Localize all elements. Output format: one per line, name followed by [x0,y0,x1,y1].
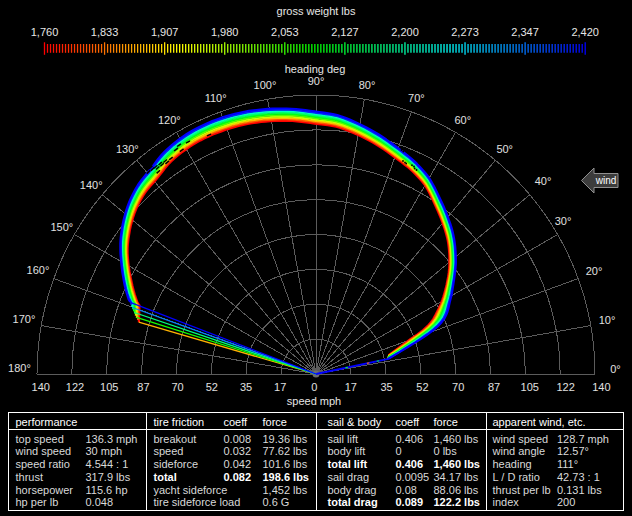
svg-text:1,460 lbs: 1,460 lbs [434,458,480,470]
svg-text:60°: 60° [454,114,471,126]
svg-text:52: 52 [206,381,218,393]
svg-text:0.08: 0.08 [396,484,417,496]
svg-text:35: 35 [380,381,392,393]
svg-text:1,907: 1,907 [151,26,179,38]
svg-text:70°: 70° [408,92,425,104]
svg-text:130°: 130° [116,143,139,155]
svg-text:speed: speed [154,445,184,457]
svg-text:total: total [154,471,177,483]
svg-text:0.089: 0.089 [396,496,424,508]
svg-text:10°: 10° [599,314,616,326]
svg-text:136.3 mph: 136.3 mph [86,433,138,445]
svg-text:80°: 80° [359,79,376,91]
svg-text:speed mph: speed mph [287,395,341,407]
svg-text:sail drag: sail drag [328,471,370,483]
svg-text:140°: 140° [80,179,103,191]
svg-text:horsepower: horsepower [16,484,74,496]
svg-text:42.73 : 1: 42.73 : 1 [557,471,600,483]
svg-text:total lift: total lift [328,458,368,470]
svg-text:0.406: 0.406 [396,433,424,445]
svg-text:110°: 110° [205,92,227,104]
svg-text:90°: 90° [308,75,325,87]
svg-text:tire sideforce load: tire sideforce load [154,496,241,508]
svg-text:heading: heading [493,458,532,470]
svg-text:0.048: 0.048 [86,496,114,508]
svg-text:101.6 lbs: 101.6 lbs [263,458,308,470]
svg-text:wind angle: wind angle [492,445,546,457]
svg-text:performance: performance [16,416,78,428]
svg-text:2,127: 2,127 [331,26,359,38]
svg-text:wind speed: wind speed [15,445,72,457]
svg-text:1,833: 1,833 [91,26,119,38]
svg-text:160°: 160° [27,264,50,276]
svg-text:2,347: 2,347 [511,26,539,38]
svg-text:force: force [434,416,458,428]
svg-text:1,460 lbs: 1,460 lbs [434,433,479,445]
svg-text:2,420: 2,420 [571,26,599,38]
svg-text:17: 17 [274,381,286,393]
svg-text:thrust: thrust [16,471,44,483]
svg-text:128.7 mph: 128.7 mph [557,433,609,445]
svg-text:1,760: 1,760 [31,26,59,38]
svg-text:force: force [263,416,287,428]
svg-text:1,452 lbs: 1,452 lbs [263,484,308,496]
svg-text:180°: 180° [8,362,31,374]
svg-text:0 lbs: 0 lbs [434,445,458,457]
svg-text:30 mph: 30 mph [86,445,123,457]
svg-text:2,273: 2,273 [451,26,479,38]
svg-text:sideforce: sideforce [154,458,199,470]
svg-text:0.042: 0.042 [224,458,252,470]
svg-text:200: 200 [557,496,575,508]
svg-text:2,053: 2,053 [271,26,299,38]
svg-text:top speed: top speed [16,433,64,445]
svg-text:gross weight lbs: gross weight lbs [277,5,356,17]
svg-text:17: 17 [345,381,357,393]
svg-text:150°: 150° [50,221,73,233]
svg-text:0: 0 [311,381,317,393]
svg-text:30°: 30° [555,215,572,227]
svg-text:317.9 lbs: 317.9 lbs [86,471,131,483]
svg-text:12.57°: 12.57° [557,445,589,457]
svg-text:sail lift: sail lift [328,433,359,445]
svg-text:140: 140 [592,381,610,393]
svg-text:87: 87 [488,381,500,393]
svg-text:140: 140 [32,381,50,393]
svg-text:wind: wind [595,175,617,186]
svg-text:1,980: 1,980 [211,26,239,38]
svg-text:115.6 hp: 115.6 hp [86,484,128,496]
svg-text:0.406: 0.406 [396,458,424,470]
svg-text:88.06 lbs: 88.06 lbs [434,484,479,496]
svg-text:40°: 40° [535,175,552,187]
svg-text:100°: 100° [254,79,277,91]
svg-text:thrust per lb: thrust per lb [493,484,551,496]
svg-text:120°: 120° [158,114,181,126]
svg-text:87: 87 [137,381,149,393]
svg-text:105: 105 [100,381,118,393]
svg-text:198.6 lbs: 198.6 lbs [263,471,309,483]
svg-text:122: 122 [556,381,574,393]
svg-text:0°: 0° [610,363,621,375]
svg-text:0.082: 0.082 [224,471,252,483]
svg-text:4.544 : 1: 4.544 : 1 [86,458,129,470]
svg-text:L / D ratio: L / D ratio [493,471,540,483]
svg-text:70: 70 [452,381,464,393]
svg-text:0.0095: 0.0095 [396,471,430,483]
svg-text:yacht sideforce: yacht sideforce [154,484,228,496]
svg-text:coeff: coeff [224,416,249,428]
svg-text:50°: 50° [496,143,513,155]
svg-text:105: 105 [521,381,539,393]
svg-text:19.36 lbs: 19.36 lbs [263,433,308,445]
svg-text:170°: 170° [13,313,36,325]
svg-text:body lift: body lift [328,445,366,457]
svg-text:wind speed: wind speed [492,433,549,445]
svg-text:20°: 20° [586,265,603,277]
svg-text:0.008: 0.008 [224,433,252,445]
svg-text:0.131 lbs: 0.131 lbs [557,484,602,496]
svg-text:111°: 111° [557,458,578,470]
svg-text:70: 70 [171,381,183,393]
svg-text:breakout: breakout [154,433,197,445]
svg-text:coeff: coeff [396,416,421,428]
svg-text:heading deg: heading deg [285,63,346,75]
svg-text:body drag: body drag [328,484,377,496]
svg-text:0.6 G: 0.6 G [263,496,290,508]
